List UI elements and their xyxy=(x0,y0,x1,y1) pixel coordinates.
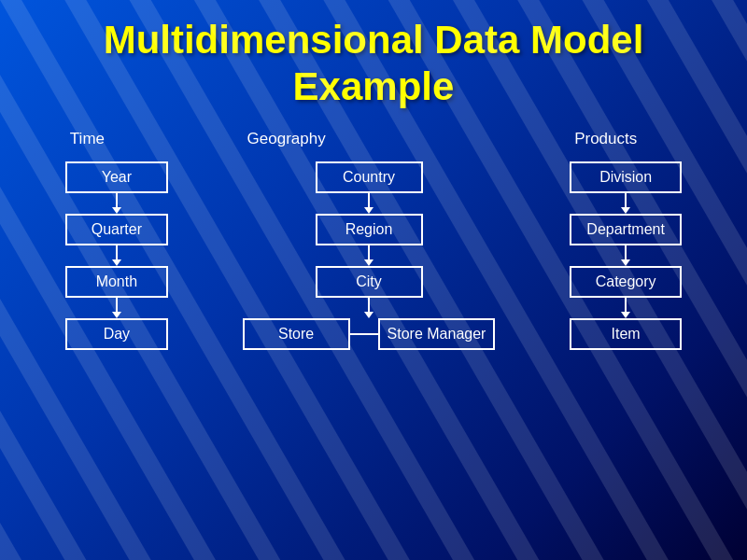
geo-arrow-2 xyxy=(364,245,374,266)
geo-arrow-1 xyxy=(364,193,374,214)
time-arrow-2 xyxy=(112,245,121,266)
title-line1: Multidimensional Data Model xyxy=(104,18,644,62)
prod-arrow-1 xyxy=(621,193,630,214)
prod-division-box: Division xyxy=(570,161,682,193)
title-line2: Example xyxy=(293,64,455,108)
prod-arrow-2 xyxy=(621,245,630,266)
store-connector-line xyxy=(350,333,378,335)
time-arrow-3 xyxy=(112,298,121,318)
geo-arrow-3 xyxy=(364,298,374,318)
geo-city-box: City xyxy=(316,266,423,298)
prod-arrow-3 xyxy=(621,298,630,318)
time-label: Time xyxy=(70,130,105,148)
products-group: Products Division Department Category It… xyxy=(570,130,682,350)
page-title: Multidimensional Data Model Example xyxy=(0,17,747,111)
time-quarter-box: Quarter xyxy=(65,214,168,245)
prod-item-box: Item xyxy=(570,318,682,350)
time-year-box: Year xyxy=(65,161,168,193)
geo-country-box: Country xyxy=(316,161,423,193)
time-group: Time Year Quarter Month Day xyxy=(65,130,168,350)
time-day-box: Day xyxy=(65,318,168,350)
products-label: Products xyxy=(574,130,637,148)
geo-store-manager-box: Store Manager xyxy=(378,318,496,350)
diagram-area: Time Year Quarter Month Day Geography Co… xyxy=(0,120,747,350)
title-area: Multidimensional Data Model Example xyxy=(0,0,747,120)
geo-region-box: Region xyxy=(316,214,423,245)
geography-label: Geography xyxy=(247,130,326,148)
store-row: Store Store Manager xyxy=(243,318,496,350)
prod-category-box: Category xyxy=(570,266,682,298)
geo-store-box: Store xyxy=(243,318,350,350)
geography-group: Geography Country Region City Store Stor… xyxy=(243,130,496,350)
time-month-box: Month xyxy=(65,266,168,298)
time-arrow-1 xyxy=(112,193,121,214)
prod-department-box: Department xyxy=(570,214,682,245)
